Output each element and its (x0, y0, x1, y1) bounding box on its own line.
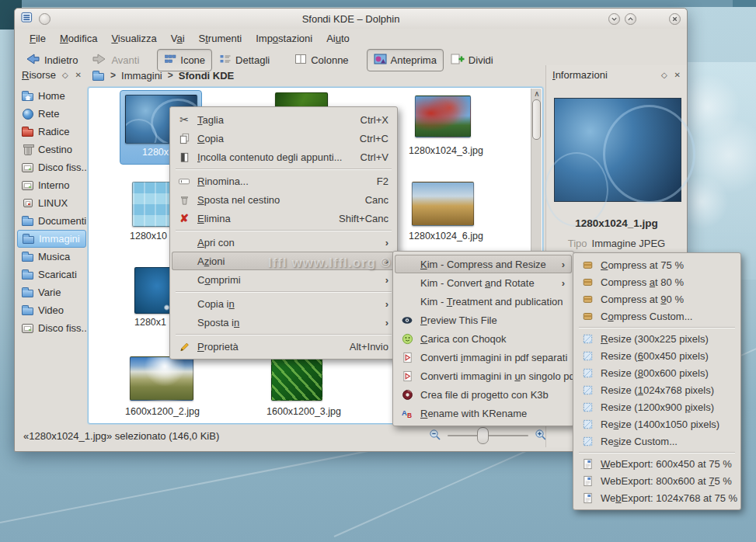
file-item-1600x1200_3[interactable]: 1600x1200_3.jpg (261, 353, 347, 426)
menu-item-resize-1024[interactable]: Resize (1024x768 pixels) (575, 381, 739, 398)
maximize-button[interactable] (625, 13, 636, 25)
breadcrumb-folder-icon[interactable] (92, 69, 105, 82)
menu-item-kim-compress[interactable]: Kim - Compress and Resize › (395, 255, 572, 273)
close-button[interactable] (669, 13, 681, 25)
information-panel-title: Informazioni (552, 69, 608, 81)
resize-icon (580, 384, 594, 396)
menu-item-incolla[interactable]: Incolla contenuto degli appunti... Ctrl+… (172, 148, 395, 166)
places-panel: Risorse ◇ ✕ Home Rete Radice Cestino Dis… (17, 65, 86, 440)
menu-item-compress-80[interactable]: Compress at 80 % (575, 273, 739, 290)
menu-modifica[interactable]: Modifica (53, 30, 104, 47)
menu-item-taglia[interactable]: ✂ Taglia Ctrl+X (172, 110, 395, 129)
sidebar-item-musica[interactable]: Musica (17, 248, 86, 266)
menu-item-kim-convert[interactable]: Kim - Convert and Rotate › (395, 273, 572, 292)
zoom-out-icon[interactable] (429, 429, 441, 443)
menu-item-elimina[interactable]: ✘ Elimina Shift+Canc (172, 209, 395, 228)
menu-item-k3b[interactable]: Crea file di progetto con K3b (395, 385, 572, 404)
statusbar: «1280x1024_1.jpg» selezionato (146,0 KiB… (17, 424, 545, 447)
scroll-up-arrow[interactable]: ∧ (531, 89, 542, 99)
menu-item-proprieta[interactable]: Proprietà Alt+Invio (172, 337, 395, 356)
info-close-button[interactable]: ✕ (674, 71, 681, 79)
menu-item-resize-custom[interactable]: Resize Custom... (575, 433, 739, 450)
menu-separator (176, 169, 392, 169)
pdf-icon (400, 352, 414, 363)
folder-icon (21, 287, 34, 299)
zoom-slider-track[interactable] (448, 435, 528, 436)
menu-item-copia[interactable]: Copia Ctrl+C (172, 129, 395, 148)
sidebar-item-video[interactable]: Video (17, 301, 86, 319)
folder-icon (21, 251, 34, 263)
sidebar-item-rete[interactable]: Rete (17, 105, 86, 123)
context-menu: ✂ Taglia Ctrl+X Copia Ctrl+C Incolla con… (169, 106, 398, 360)
thumbnail-field (130, 356, 193, 401)
menu-item-preview-file[interactable]: Preview This File (395, 311, 572, 329)
breadcrumb-current[interactable]: Sfondi KDE (179, 70, 235, 82)
sidebar-item-home[interactable]: Home (17, 87, 86, 105)
sidebar-item-varie[interactable]: Varie (17, 283, 86, 301)
folder-icon (22, 233, 35, 245)
sidebar-item-interno[interactable]: Interno (17, 176, 86, 194)
menu-item-resize-300[interactable]: Resize (300x225 pixels) (575, 330, 739, 347)
sidebar-item-documenti[interactable]: Documenti (17, 212, 86, 230)
minimize-button[interactable] (608, 13, 620, 25)
sidebar-item-disco-fisso-2[interactable]: Disco fiss... (17, 319, 86, 337)
sidebar-item-immagini[interactable]: Immagini (17, 230, 86, 248)
menu-vai[interactable]: Vai (164, 30, 192, 47)
menu-visualizza[interactable]: Visualizza (104, 30, 163, 47)
svg-text:B: B (407, 411, 412, 419)
menu-item-webexport-800[interactable]: WebExport: 800x600 at 75 % (575, 472, 739, 489)
window-menu-button[interactable] (39, 13, 51, 25)
file-item-1280x1024_3[interactable]: 1280x1024_3.jpg (403, 94, 489, 165)
sidebar-item-radice[interactable]: Radice (17, 123, 86, 141)
menu-item-copia-in[interactable]: Copia in › (172, 294, 395, 313)
sidebar-item-linux[interactable]: LINUX (17, 194, 86, 212)
menu-item-pdf-singolo[interactable]: Converti immagini in un singolo pdf (395, 367, 572, 385)
menu-item-sposta-in[interactable]: Sposta in › (172, 313, 395, 332)
menu-item-resize-800[interactable]: Resize (800x600 pixels) (575, 364, 739, 381)
menu-impostazioni[interactable]: Impostazioni (249, 30, 319, 47)
sidebar-item-cestino[interactable]: Cestino (17, 141, 86, 158)
file-item-1280x1024_6[interactable]: 1280x1024_6.jpg (403, 180, 489, 252)
menu-item-kim-treatment[interactable]: Kim - Treatment and publication › (395, 292, 572, 311)
menu-item-apri-con[interactable]: Apri con › (172, 233, 395, 252)
menu-item-rinomina[interactable]: Rinomina... F2 (172, 172, 395, 190)
menu-item-webexport-600[interactable]: WebExport: 600x450 at 75 % (575, 455, 739, 472)
webexport-icon (580, 475, 594, 487)
menu-item-compress-90[interactable]: Compress at 90 % (575, 290, 739, 307)
status-text: «1280x1024_1.jpg» selezionato (146,0 KiB… (23, 430, 219, 442)
sidebar-item-disco-fisso-1[interactable]: Disco fiss... (17, 158, 86, 176)
dolphin-app-icon (21, 12, 33, 26)
places-float-button[interactable]: ◇ (62, 71, 68, 79)
menu-item-comprimi[interactable]: Comprimi › (172, 270, 395, 289)
menu-item-compress-75[interactable]: Compress at 75 % (575, 256, 739, 273)
file-label: 1280x1024_3.jpg (403, 145, 489, 156)
preview-filename: 1280x1024_1.jpg (546, 217, 687, 229)
menu-aiuto[interactable]: Aiuto (319, 30, 357, 47)
trash-icon (21, 144, 34, 156)
thumbnail-autumn (412, 182, 474, 226)
sidebar-item-scaricati[interactable]: Scaricati (17, 266, 86, 283)
menu-item-resize-1400[interactable]: Resize (1400x1050 pixels) (575, 415, 739, 433)
menu-item-krename[interactable]: AB Rename with KRename (395, 404, 572, 422)
titlebar[interactable]: Sfondi KDE – Dolphin (15, 9, 687, 29)
menu-item-azioni[interactable]: Azioni › (172, 252, 395, 270)
file-item-1600x1200_2[interactable]: 1600x1200_2.jpg (120, 355, 205, 426)
paste-icon (177, 151, 191, 163)
menu-item-resize-600[interactable]: Resize (600x450 pixels) (575, 347, 739, 364)
menu-file[interactable]: File (23, 30, 53, 47)
menu-item-sposta-cestino[interactable]: Sposta nel cestino Canc (172, 190, 395, 209)
breadcrumb-parent[interactable]: Immagini (121, 70, 162, 82)
resize-icon (580, 367, 594, 379)
menu-item-compress-custom[interactable]: Compress Custom... (575, 307, 739, 325)
zoom-slider-handle[interactable] (477, 427, 489, 444)
places-close-button[interactable]: ✕ (75, 71, 82, 79)
menu-item-resize-1200[interactable]: Resize (1200x900 pixels) (575, 398, 739, 415)
zoom-control (429, 424, 547, 447)
menu-item-webexport-1024[interactable]: WebExport: 1024x768 at 75 % (575, 489, 739, 506)
type-label: Tipo (568, 238, 587, 249)
info-float-button[interactable]: ◇ (661, 71, 667, 79)
scrollbar-thumb[interactable] (532, 99, 541, 140)
menu-item-pdf-separati[interactable]: Converti immagini in pdf separati (395, 348, 572, 367)
menu-item-carica-choqok[interactable]: Carica con Choqok (395, 329, 572, 348)
menu-strumenti[interactable]: Strumenti (192, 30, 249, 47)
